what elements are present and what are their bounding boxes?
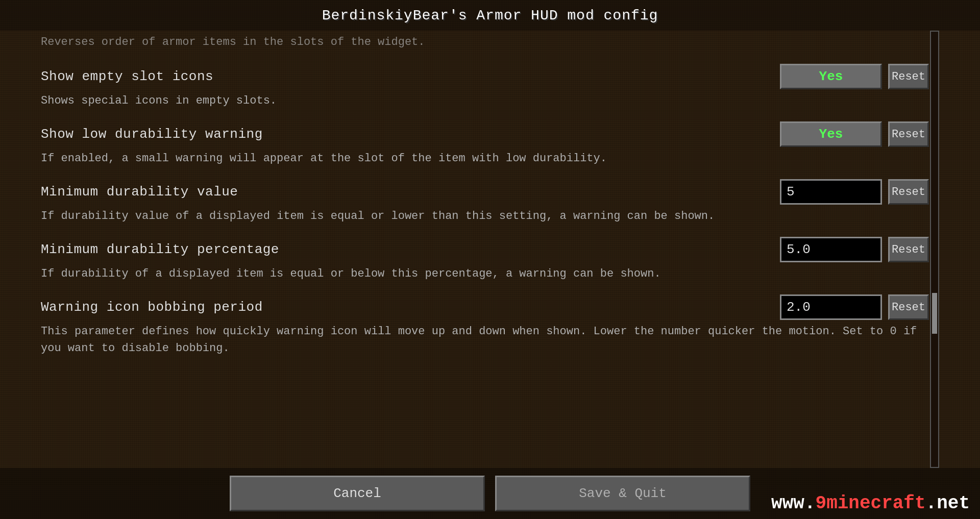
watermark-text: www.9minecraft.net <box>771 493 970 514</box>
setting-label-warning-icon-bobbing-period: Warning icon bobbing period <box>41 300 263 315</box>
scroll-container: Reverses order of armor items in the slo… <box>41 31 929 468</box>
toggle-show-empty-slot-icons[interactable]: Yes <box>780 64 882 89</box>
toggle-value-show-empty-slot-icons: Yes <box>819 69 843 84</box>
watermark: www.9minecraft.net <box>771 493 970 514</box>
input-warning-icon-bobbing-period[interactable]: 2.0 <box>780 294 882 320</box>
controls-minimum-durability-percentage: 5.0 Reset <box>780 237 929 262</box>
scrollbar-thumb[interactable] <box>932 293 937 334</box>
description-show-low-durability-warning: If enabled, a small warning will appear … <box>41 150 929 167</box>
input-minimum-durability-value[interactable]: 5 <box>780 179 882 205</box>
bottom-bar: Cancel Save & Quit www.9minecraft.net <box>0 468 980 519</box>
toggle-value-show-low-durability-warning: Yes <box>819 127 843 142</box>
setting-warning-icon-bobbing-period: Warning icon bobbing period 2.0 Reset Th… <box>41 294 929 357</box>
setting-minimum-durability-value: Minimum durability value 5 Reset If dura… <box>41 179 929 225</box>
description-warning-icon-bobbing-period: This parameter defines how quickly warni… <box>41 323 929 357</box>
reset-minimum-durability-percentage[interactable]: Reset <box>888 237 929 262</box>
cutoff-description: Reverses order of armor items in the slo… <box>41 36 929 48</box>
setting-show-empty-slot-icons: Show empty slot icons Yes Reset Shows sp… <box>41 64 929 109</box>
save-quit-button[interactable]: Save & Quit <box>495 476 750 511</box>
toggle-show-low-durability-warning[interactable]: Yes <box>780 121 882 147</box>
title-bar: BerdinskiyBear's Armor HUD mod config <box>0 0 980 31</box>
setting-label-show-low-durability-warning: Show low durability warning <box>41 127 263 142</box>
setting-label-show-empty-slot-icons: Show empty slot icons <box>41 69 213 84</box>
controls-minimum-durability-value: 5 Reset <box>780 179 929 205</box>
controls-warning-icon-bobbing-period: 2.0 Reset <box>780 294 929 320</box>
reset-show-empty-slot-icons[interactable]: Reset <box>888 64 929 89</box>
input-minimum-durability-percentage[interactable]: 5.0 <box>780 237 882 262</box>
reset-show-low-durability-warning[interactable]: Reset <box>888 121 929 147</box>
content-area: Reverses order of armor items in the slo… <box>41 31 939 468</box>
input-value-minimum-durability-value: 5 <box>787 184 795 200</box>
description-show-empty-slot-icons: Shows special icons in empty slots. <box>41 92 929 109</box>
setting-show-low-durability-warning: Show low durability warning Yes Reset If… <box>41 121 929 167</box>
reset-minimum-durability-value[interactable]: Reset <box>888 179 929 205</box>
controls-show-empty-slot-icons: Yes Reset <box>780 64 929 89</box>
page-title: BerdinskiyBear's Armor HUD mod config <box>322 8 658 23</box>
description-minimum-durability-value: If durability value of a displayed item … <box>41 208 929 225</box>
setting-minimum-durability-percentage: Minimum durability percentage 5.0 Reset … <box>41 237 929 282</box>
scrollbar[interactable] <box>930 31 939 468</box>
controls-show-low-durability-warning: Yes Reset <box>780 121 929 147</box>
reset-warning-icon-bobbing-period[interactable]: Reset <box>888 294 929 320</box>
input-value-minimum-durability-percentage: 5.0 <box>787 242 811 257</box>
cancel-button[interactable]: Cancel <box>230 476 485 511</box>
input-value-warning-icon-bobbing-period: 2.0 <box>787 300 811 315</box>
description-minimum-durability-percentage: If durability of a displayed item is equ… <box>41 265 929 282</box>
setting-label-minimum-durability-percentage: Minimum durability percentage <box>41 242 279 257</box>
setting-label-minimum-durability-value: Minimum durability value <box>41 184 238 200</box>
